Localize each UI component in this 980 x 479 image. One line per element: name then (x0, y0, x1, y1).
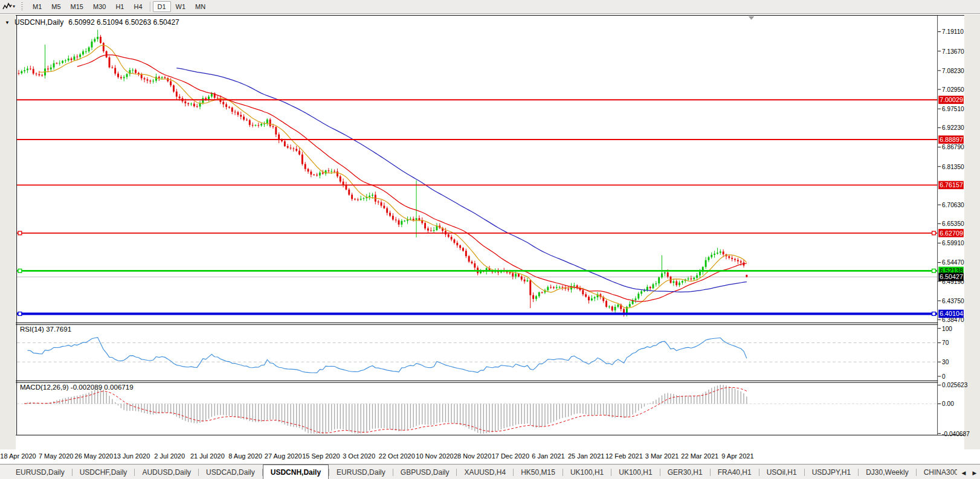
toolbar-separator (150, 2, 150, 11)
hline-handle[interactable] (932, 231, 936, 235)
tab-scroll-left-icon[interactable]: ◀ (959, 468, 968, 478)
mt4-window: ▾ M1M5M15M30H1H4D1W1MN 7.191107.136707.0… (0, 0, 980, 479)
date-tick-label: 8 Aug 2020 (228, 452, 262, 460)
toolbar-grip-handle[interactable] (21, 2, 23, 11)
date-tick-label: 18 Apr 2020 (0, 452, 36, 460)
chart-tab-eurusd-daily[interactable]: EURUSD,Daily (8, 466, 72, 479)
svg-text:0.00: 0.00 (942, 400, 954, 407)
svg-text:6.88897: 6.88897 (940, 137, 963, 143)
date-tick-label: 28 Nov 2020 (454, 452, 491, 460)
date-tick-label: 3 Mar 2021 (645, 452, 679, 460)
svg-text:7.08230: 7.08230 (942, 68, 964, 74)
date-tick-label: 25 Jan 2021 (568, 452, 605, 460)
svg-text:100: 100 (942, 326, 952, 332)
chart-tab-uk100-h1[interactable]: UK100,H1 (611, 466, 659, 479)
timeframe-button-m1[interactable]: M1 (28, 1, 47, 12)
hline-handle[interactable] (18, 231, 22, 235)
date-tick-label: 13 Jun 2020 (114, 452, 150, 460)
rsi-label: RSI(14) 37.7691 (20, 325, 71, 333)
date-tick-label: 3 Oct 2020 (343, 452, 375, 460)
timeframe-button-m30[interactable]: M30 (88, 1, 111, 12)
svg-text:6.65350: 6.65350 (942, 220, 964, 227)
svg-text:7.13670: 7.13670 (942, 48, 964, 55)
hline-handle[interactable] (18, 269, 22, 272)
chart-ohlc-values: 6.50992 6.51094 6.50263 6.50427 (68, 18, 179, 27)
tab-scroll-arrows: ◀ ▶ (957, 468, 979, 478)
hline-handle[interactable] (932, 312, 936, 316)
date-tick-label: 7 May 2020 (39, 452, 73, 460)
svg-text:30: 30 (942, 359, 949, 365)
chart-tab-uk100-h1[interactable]: UK100,H1 (563, 466, 611, 479)
timeframe-button-m15[interactable]: M15 (66, 1, 88, 12)
svg-text:6.81350: 6.81350 (942, 164, 964, 170)
chart-tab-eurusd-daily[interactable]: EURUSD,Daily (329, 466, 393, 479)
svg-text:6.92230: 6.92230 (942, 124, 964, 131)
timeframe-button-h4[interactable]: H4 (129, 1, 147, 12)
chart-tab-fra40-h1[interactable]: FRA40,H1 (711, 466, 759, 479)
chart-tab-audusd-daily[interactable]: AUDUSD,Daily (135, 466, 198, 479)
svg-text:6.76157: 6.76157 (940, 182, 963, 188)
svg-text:6.86790: 6.86790 (942, 144, 964, 150)
chart-title: ▼ USDCNH,Daily 6.50992 6.51094 6.50263 6… (5, 18, 179, 27)
chart-tab-usdcad-daily[interactable]: USDCAD,Daily (199, 466, 262, 479)
timeframe-button-m5[interactable]: M5 (47, 1, 65, 12)
date-tick-label: 26 May 2020 (75, 452, 114, 460)
chart-tab-usoil-h1[interactable]: USOil,H1 (759, 466, 804, 479)
chart-tab-hk50-m15[interactable]: HK50,M15 (514, 466, 563, 479)
date-tick-label: 22 Oct 2020 (379, 452, 415, 460)
chart-tool-button[interactable]: ▾ (2, 2, 15, 11)
svg-text:6.54470: 6.54470 (942, 259, 964, 266)
hline-handle[interactable] (18, 312, 22, 316)
svg-text:6.40104: 6.40104 (940, 310, 963, 317)
date-tick-label: 2 Jul 2020 (154, 452, 185, 460)
chart-tab-usdchf-daily[interactable]: USDCHF,Daily (73, 466, 135, 479)
svg-text:7.00029: 7.00029 (940, 97, 963, 103)
chart-tab-usdcnh-daily[interactable]: USDCNH,Daily (263, 465, 329, 479)
chevron-down-icon: ▾ (13, 4, 15, 9)
timeframe-button-w1[interactable]: W1 (171, 1, 191, 12)
chart-tab-ger30-h1[interactable]: GER30,H1 (660, 466, 710, 479)
svg-text:70: 70 (942, 339, 949, 346)
svg-text:6.70630: 6.70630 (942, 202, 964, 208)
svg-text:6.97510: 6.97510 (942, 106, 964, 112)
timeframes-toolbar: ▾ M1M5M15M30H1H4D1W1MN (0, 0, 980, 14)
date-tick-label: 9 Apr 2021 (721, 452, 753, 460)
date-tick-label: 10 Nov 2020 (416, 452, 453, 460)
date-tick-label: 12 Feb 2021 (605, 452, 643, 460)
svg-text:0: 0 (942, 373, 946, 380)
svg-text:6.50427: 6.50427 (940, 274, 963, 280)
timeframe-button-h1[interactable]: H1 (111, 1, 129, 12)
svg-text:-0.040687: -0.040687 (942, 431, 970, 437)
timeframe-button-mn[interactable]: MN (190, 1, 210, 12)
date-tick-label: 27 Aug 2020 (265, 452, 302, 460)
line-chart-icon (2, 2, 12, 11)
svg-text:6.62709: 6.62709 (940, 230, 963, 237)
svg-text:6.43750: 6.43750 (942, 298, 964, 304)
chart-symbol: USDCNH,Daily (15, 18, 63, 27)
macd-label: MACD(12,26,9) -0.002089 0.006719 (20, 383, 134, 391)
chart-tab-dj30-weekly[interactable]: DJ30,Weekly (859, 466, 915, 479)
svg-text:0.025623: 0.025623 (942, 382, 968, 388)
date-tick-label: 22 Mar 2021 (681, 452, 718, 460)
svg-text:6.59910: 6.59910 (942, 240, 964, 246)
chart-background (16, 14, 964, 449)
chart-tab-bar: EURUSD,DailyUSDCHF,DailyAUDUSD,DailyUSDC… (0, 464, 980, 479)
timeframe-button-d1[interactable]: D1 (153, 1, 171, 12)
date-axis: 18 Apr 20207 May 202026 May 202013 Jun 2… (0, 449, 980, 464)
date-tick-label: 15 Sep 2020 (302, 452, 340, 460)
chart-tab-xauusd-h4[interactable]: XAUUSD,H4 (457, 466, 513, 479)
date-tick-label: 6 Jan 2021 (532, 452, 564, 460)
chart-tab-usdjpy-h1[interactable]: USDJPY,H1 (805, 466, 858, 479)
tab-scroll-right-icon[interactable]: ▶ (970, 468, 979, 478)
window-menu-icon[interactable]: ▼ (5, 20, 10, 25)
price-axis: 7.191107.136707.082307.029506.975106.922… (938, 16, 970, 437)
date-tick-label: 21 Jul 2020 (190, 452, 225, 460)
date-tick-label: 17 Dec 2020 (492, 452, 529, 460)
svg-text:7.02950: 7.02950 (942, 86, 964, 93)
hline-handle[interactable] (932, 269, 936, 272)
chart-canvas[interactable]: 7.191107.136707.082307.029506.975106.922… (0, 14, 980, 449)
chart-tab-gbpusd-daily[interactable]: GBPUSD,Daily (393, 466, 457, 479)
svg-text:7.19110: 7.19110 (942, 28, 964, 35)
